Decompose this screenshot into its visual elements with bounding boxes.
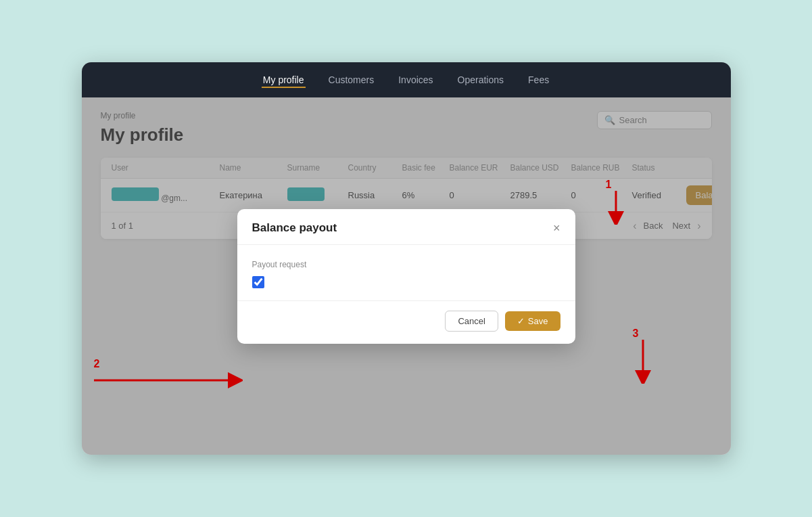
balance-payout-modal: Balance payout × Payout request Cancel ✓… bbox=[237, 209, 575, 344]
checkbox-row bbox=[252, 276, 560, 288]
nav-my-profile[interactable]: My profile bbox=[262, 72, 306, 88]
payout-checkbox[interactable] bbox=[252, 276, 264, 288]
nav-invoices[interactable]: Invoices bbox=[397, 72, 434, 88]
main-content: My profile My profile 🔍 User Name Surnam… bbox=[82, 97, 731, 455]
modal-title: Balance payout bbox=[252, 221, 337, 235]
modal-header: Balance payout × bbox=[237, 209, 575, 245]
nav-customers[interactable]: Customers bbox=[327, 72, 376, 88]
nav-operations[interactable]: Operations bbox=[456, 72, 505, 88]
cancel-button[interactable]: Cancel bbox=[445, 311, 498, 332]
modal-body: Payout request bbox=[237, 245, 575, 300]
payout-request-label: Payout request bbox=[252, 260, 560, 269]
save-checkmark-icon: ✓ bbox=[517, 316, 525, 326]
nav-fees[interactable]: Fees bbox=[527, 72, 550, 88]
modal-footer: Cancel ✓ Save bbox=[237, 300, 575, 344]
modal-close-button[interactable]: × bbox=[553, 222, 560, 234]
save-button[interactable]: ✓ Save bbox=[505, 311, 560, 331]
modal-overlay: Balance payout × Payout request Cancel ✓… bbox=[82, 97, 731, 455]
top-nav: My profile Customers Invoices Operations… bbox=[82, 62, 731, 97]
save-label: Save bbox=[528, 316, 548, 326]
app-window: My profile Customers Invoices Operations… bbox=[82, 62, 731, 455]
